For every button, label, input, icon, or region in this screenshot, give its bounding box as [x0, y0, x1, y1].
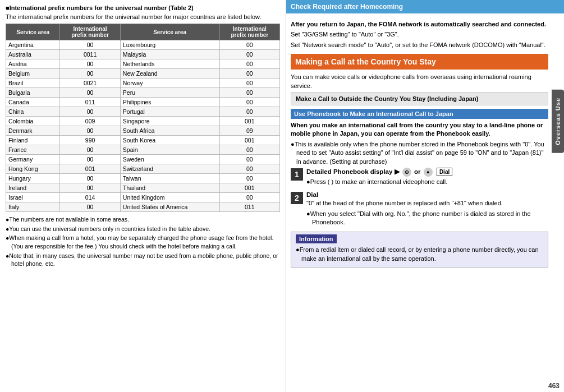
note-item: ●The numbers are not available in some a…: [6, 215, 280, 224]
check-required-header: Check Required after Homecoming: [286, 0, 564, 13]
step1-content: Detailed Phonebook display ▶ ⊙ or ● Dial…: [306, 168, 548, 188]
step1-title: Detailed Phonebook display ▶ ⊙ or ● Dial: [306, 168, 548, 177]
step2-container: 2 Dial "0" at the head of the phone numb…: [291, 191, 548, 228]
table-row: China00Portugal00: [6, 107, 280, 117]
table-row: Austria00Netherlands00: [6, 59, 280, 69]
note-item: ●You can use the universal numbers only …: [6, 225, 280, 233]
table-row: Brazil0021Norway00: [6, 79, 280, 88]
table-row: Denmark00South Africa09: [6, 126, 280, 136]
step2-title: Dial: [306, 191, 548, 198]
check-required-body: After you return to Japan, the FOMA netw…: [291, 20, 548, 49]
step1-arrow-icon: ▶: [395, 168, 400, 175]
table-row: Italy00United States of America011: [6, 202, 280, 212]
use-phonebook-header: Use Phonebook to Make an International C…: [291, 109, 548, 119]
table-row: Canada011Philippines00: [6, 98, 280, 107]
step1-title-text: Detailed Phonebook display: [306, 168, 392, 175]
check-required-line-0: After you return to Japan, the FOMA netw…: [291, 20, 548, 29]
step1-number: 1: [291, 168, 303, 181]
step2-note1: "0" at the head of the phone number is r…: [306, 199, 548, 207]
making-call-header: Making a Call at the Country You Stay: [291, 54, 548, 70]
step2-content: Dial "0" at the head of the phone number…: [306, 191, 548, 228]
check-required-line-2: Set "Network search mode" to "Auto", or …: [291, 41, 548, 49]
col-header-4: Internationalprefix number: [219, 24, 279, 40]
table-row: Hong Kong001Switzerland00: [6, 164, 280, 174]
step1-dial-box: Dial: [437, 168, 452, 176]
section-subtitle: The international prefix numbers for the…: [6, 13, 280, 20]
table-row: Hungary00Taiwan00: [6, 174, 280, 183]
step2-number: 2: [291, 192, 303, 204]
table-row: Ireland00Thailand001: [6, 183, 280, 193]
table-row: France00Spain00: [6, 145, 280, 155]
note-item: ●Note that, in many cases, the universal…: [6, 252, 280, 268]
making-call-desc: You can make voice calls or videophone c…: [291, 73, 548, 90]
right-panel: Check Required after Homecoming After yo…: [286, 0, 564, 392]
left-panel: ■International prefix numbers for the un…: [0, 0, 286, 392]
table-row: Australia0011Malaysia00: [6, 50, 280, 59]
step1-circle2-icon: ●: [424, 168, 433, 177]
step1-container: 1 Detailed Phonebook display ▶ ⊙ or ● Di…: [291, 168, 548, 188]
table-row: Bulgaria00Peru00: [6, 88, 280, 98]
col-header-1: Service area: [6, 24, 60, 40]
info-text: ●From a redial item or dialed call recor…: [296, 246, 543, 263]
bullet-notes: ●The numbers are not available in some a…: [6, 215, 280, 268]
table-row: Israel014United Kingdom00: [6, 193, 280, 202]
step1-circle-icon: ⊙: [402, 168, 411, 177]
table-row: Colombia009Singapore001: [6, 117, 280, 126]
table-row: Belgium00New Zealand00: [6, 69, 280, 79]
table-row: Germany00Sweden00: [6, 155, 280, 164]
col-header-3: Service area: [120, 24, 219, 40]
step1-or-text: or: [414, 168, 423, 175]
table-row: Finland990South Korea001: [6, 136, 280, 145]
right-content: After you return to Japan, the FOMA netw…: [286, 17, 564, 392]
col-header-2: Internationalprefix number: [60, 24, 120, 40]
sub-header-box: Make a Call to Outside the Country You S…: [291, 92, 548, 105]
phonebook-note: ●This is available only when the phone n…: [291, 140, 548, 166]
step1-note: ●Press ( ) to make an international vide…: [306, 178, 548, 186]
overseas-use-tab: Overseas Use: [552, 90, 564, 153]
step2-note2: ●When you select "Dial with org. No.", t…: [306, 210, 548, 227]
section-title: ■International prefix numbers for the un…: [6, 4, 280, 11]
note-item: ●When making a call from a hotel, you ma…: [6, 234, 280, 250]
page-number: 463: [548, 382, 560, 390]
info-box: Information ●From a redial item or diale…: [291, 232, 548, 268]
prefix-table: Service area Internationalprefix number …: [6, 24, 280, 212]
check-required-line-1: Set "3G/GSM setting" to "Auto" or "3G".: [291, 30, 548, 39]
phonebook-desc: When you make an international call from…: [291, 121, 548, 139]
info-box-header: Information: [296, 234, 337, 243]
table-row: Argentina00Luxembourg00: [6, 40, 280, 50]
